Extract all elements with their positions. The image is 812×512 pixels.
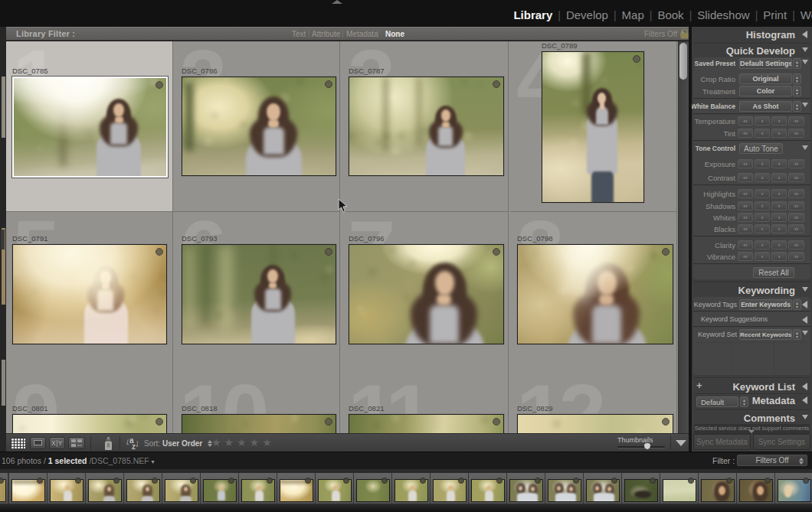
svg-text:z: z	[132, 442, 136, 450]
